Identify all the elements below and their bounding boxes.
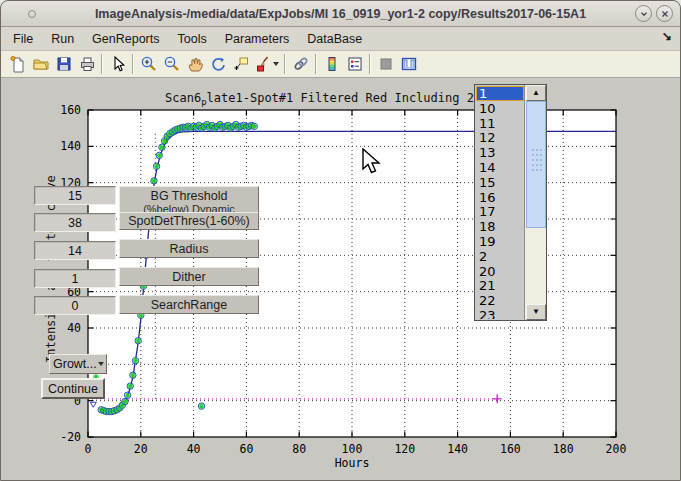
- menu-tools[interactable]: Tools: [169, 29, 216, 49]
- svg-text:80: 80: [292, 442, 306, 456]
- svg-text:0: 0: [85, 442, 92, 456]
- list-item[interactable]: 17: [476, 204, 524, 219]
- list-item[interactable]: 11: [476, 116, 524, 131]
- menu-genreports[interactable]: GenReports: [83, 29, 168, 49]
- insert-legend-button[interactable]: [343, 53, 366, 76]
- zoom-out-button[interactable]: [160, 53, 183, 76]
- radius-input[interactable]: [34, 241, 116, 260]
- rotate-3d-button[interactable]: [206, 53, 229, 76]
- rotate-icon: [209, 55, 227, 73]
- svg-text:160: 160: [60, 103, 81, 117]
- continue-label: Continue: [48, 382, 98, 396]
- plot-tools-dock-icon: [400, 55, 418, 73]
- svg-text:180: 180: [553, 442, 574, 456]
- scroll-up-icon[interactable]: ▲: [526, 85, 546, 101]
- list-item[interactable]: 10: [476, 101, 524, 116]
- pan-button[interactable]: [183, 53, 206, 76]
- open-file-button[interactable]: [29, 53, 52, 76]
- growth-mode-dropdown[interactable]: Growt...: [49, 354, 107, 374]
- growth-mode-label: Growt...: [53, 357, 97, 371]
- data-cursor-button[interactable]: [229, 53, 252, 76]
- show-plot-tools-button[interactable]: [397, 53, 420, 76]
- bg-threshold-button[interactable]: BG Threshold (%below) Dynamic: [119, 186, 259, 213]
- listbox-scrollbar[interactable]: ▲ ▼: [524, 85, 546, 320]
- list-item[interactable]: 21: [476, 278, 524, 293]
- brush-icon: [254, 55, 272, 73]
- close-button[interactable]: [656, 5, 673, 22]
- list-item[interactable]: 12: [476, 130, 524, 145]
- svg-text:Hours: Hours: [335, 456, 370, 470]
- bg-threshold-label: BG Threshold: [151, 189, 228, 203]
- menu-file[interactable]: File: [4, 29, 42, 49]
- bg-threshold-input[interactable]: [34, 186, 116, 205]
- list-item[interactable]: 13: [476, 145, 524, 160]
- edit-plot-button[interactable]: [106, 53, 129, 76]
- listbox-items: 1 10 11 12 13 14 15 16 17 18 19 2 20 21 …: [476, 86, 524, 319]
- searchrange-input[interactable]: [34, 296, 116, 315]
- dither-input[interactable]: [34, 269, 116, 288]
- list-item[interactable]: 20: [476, 264, 524, 279]
- radius-button[interactable]: Radius: [119, 239, 259, 258]
- zoom-out-icon: [163, 55, 181, 73]
- window-menu-icon[interactable]: [28, 10, 36, 18]
- continue-button[interactable]: Continue: [41, 378, 105, 399]
- link-plot-button[interactable]: [289, 53, 312, 76]
- dither-label: Dither: [172, 270, 205, 284]
- radius-label: Radius: [170, 242, 209, 256]
- zoom-in-icon: [140, 55, 158, 73]
- list-item[interactable]: 14: [476, 160, 524, 175]
- print-button[interactable]: [75, 53, 98, 76]
- open-folder-icon: [32, 55, 50, 73]
- menu-database[interactable]: DataBase: [298, 29, 371, 49]
- new-figure-button[interactable]: [6, 53, 29, 76]
- spotdetthres-label: SpotDetThres(1-60%): [128, 214, 250, 228]
- list-item[interactable]: 2: [476, 249, 524, 264]
- menu-run[interactable]: Run: [42, 29, 83, 49]
- chevron-down-icon: [98, 362, 104, 366]
- toolbar-separator: [369, 54, 371, 74]
- menu-parameters[interactable]: Parameters: [216, 29, 299, 49]
- zoom-in-button[interactable]: [137, 53, 160, 76]
- svg-text:20: 20: [134, 442, 148, 456]
- save-button[interactable]: [52, 53, 75, 76]
- spotdetthres-button[interactable]: SpotDetThres(1-60%): [119, 212, 259, 230]
- list-item[interactable]: 18: [476, 219, 524, 234]
- svg-text:140: 140: [447, 442, 468, 456]
- svg-text:40: 40: [187, 442, 201, 456]
- menu-bar: File Run GenReports Tools Parameters Dat…: [1, 27, 680, 51]
- chevron-down-icon: [273, 62, 279, 66]
- insert-colorbar-button[interactable]: [320, 53, 343, 76]
- svg-text:200: 200: [606, 442, 627, 456]
- list-item[interactable]: 16: [476, 190, 524, 205]
- list-item[interactable]: 23: [476, 308, 524, 319]
- window-chrome: ImageAnalysis-/media/data/ExpJobs/MI 16_…: [1, 1, 680, 78]
- scan-number-listbox[interactable]: 1 10 11 12 13 14 15 16 17 18 19 2 20 21 …: [474, 84, 547, 321]
- searchrange-button[interactable]: SearchRange: [119, 295, 259, 314]
- list-item-selected[interactable]: 1: [476, 86, 524, 101]
- colorbar-icon: [323, 55, 341, 73]
- svg-text:160: 160: [500, 442, 521, 456]
- hide-plot-tools-icon: [377, 55, 395, 73]
- list-item[interactable]: 19: [476, 234, 524, 249]
- svg-text:40: 40: [67, 321, 81, 335]
- figure-toolbar: [1, 51, 680, 78]
- searchrange-label: SearchRange: [151, 298, 227, 312]
- menu-overflow-icon[interactable]: ↘: [662, 29, 672, 43]
- chain-link-icon: [292, 55, 310, 73]
- hide-plot-tools-button[interactable]: [374, 53, 397, 76]
- floppy-disk-icon: [55, 55, 73, 73]
- shade-button[interactable]: [635, 5, 652, 22]
- title-bar[interactable]: ImageAnalysis-/media/data/ExpJobs/MI 16_…: [1, 1, 680, 27]
- spotdetthres-input[interactable]: [34, 213, 116, 232]
- toolbar-separator: [315, 54, 317, 74]
- toolbar-separator: [284, 54, 286, 74]
- brush-data-button[interactable]: [252, 53, 281, 76]
- svg-text:-20: -20: [60, 430, 81, 444]
- new-document-icon: [9, 55, 27, 73]
- list-item[interactable]: 15: [476, 175, 524, 190]
- scrollbar-thumb[interactable]: [526, 101, 546, 228]
- toolbar-separator: [132, 54, 134, 74]
- dither-button[interactable]: Dither: [119, 267, 259, 286]
- scroll-down-icon[interactable]: ▼: [526, 304, 546, 320]
- list-item[interactable]: 22: [476, 293, 524, 308]
